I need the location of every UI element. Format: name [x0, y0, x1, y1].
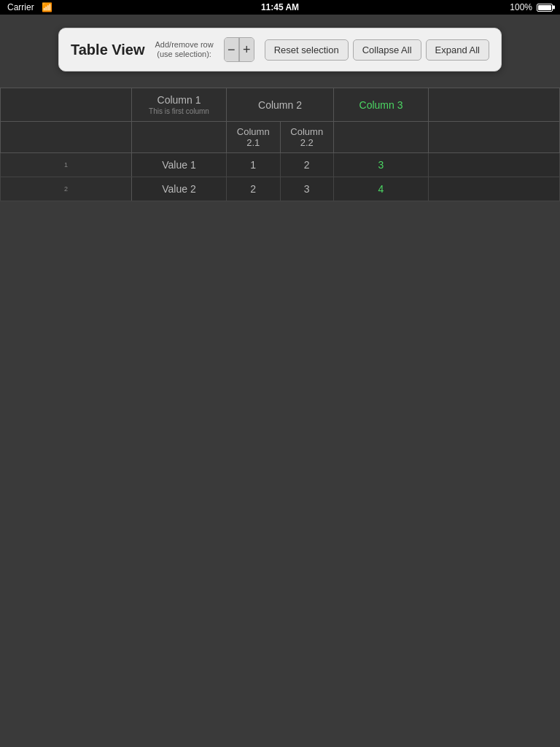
- add-remove-label-group: Add/remove row (use selection):: [155, 40, 214, 59]
- time-label: 11:45 AM: [261, 2, 299, 12]
- data-table: Column 1 This is first column Column 2 C…: [0, 88, 560, 201]
- table-row: 1 Value 1 1 2 3: [1, 153, 560, 177]
- add-remove-label: Add/remove row (use selection):: [155, 40, 214, 59]
- plus-button[interactable]: +: [239, 38, 254, 61]
- status-bar: Carrier 📶 11:45 AM 100%: [0, 0, 560, 15]
- row-num-cell: 2: [1, 177, 132, 201]
- row-num-header: [1, 88, 132, 122]
- col2-1-cell: 1: [227, 153, 281, 177]
- extra-subheader: [429, 122, 560, 153]
- table-area: Column 1 This is first column Column 2 C…: [0, 88, 560, 747]
- main-area: Table View Add/remove row (use selection…: [0, 15, 560, 747]
- extra-header: [429, 88, 560, 122]
- reset-selection-button[interactable]: Reset selection: [265, 39, 349, 61]
- toolbar-actions: Reset selection Collapse All Expand All: [265, 39, 489, 61]
- col3-cell: 4: [334, 177, 429, 201]
- wifi-icon: 📶: [42, 2, 52, 12]
- page-title: Table View: [71, 42, 145, 58]
- column2-header: Column 2: [227, 88, 334, 122]
- carrier-label: Carrier 📶: [7, 2, 52, 12]
- battery-percent-label: 100%: [510, 2, 532, 12]
- column3-subheader: [334, 122, 429, 153]
- column2-2-header: Column 2.2: [280, 122, 334, 153]
- column1-subheader: [132, 122, 227, 153]
- col2-2-cell: 2: [280, 153, 334, 177]
- battery-area: 100%: [510, 2, 553, 12]
- col1-cell: Value 2: [132, 177, 227, 201]
- row-num-subheader: [1, 122, 132, 153]
- column3-header: Column 3: [334, 88, 429, 122]
- column2-1-header: Column 2.1: [227, 122, 281, 153]
- col3-cell: 3: [334, 153, 429, 177]
- row-num-cell: 1: [1, 153, 132, 177]
- toolbar-card: Table View Add/remove row (use selection…: [58, 28, 502, 71]
- extra-cell: [429, 177, 560, 201]
- table-row: 2 Value 2 2 3 4: [1, 177, 560, 201]
- col2-1-cell: 2: [227, 177, 281, 201]
- collapse-all-button[interactable]: Collapse All: [353, 39, 421, 61]
- extra-cell: [429, 153, 560, 177]
- expand-all-button[interactable]: Expand All: [426, 39, 489, 61]
- battery-icon: [537, 4, 553, 12]
- column1-header: Column 1 This is first column: [132, 88, 227, 122]
- minus-button[interactable]: −: [225, 38, 239, 61]
- stepper-group: − +: [224, 37, 254, 62]
- col2-2-cell: 3: [280, 177, 334, 201]
- col1-cell: Value 1: [132, 153, 227, 177]
